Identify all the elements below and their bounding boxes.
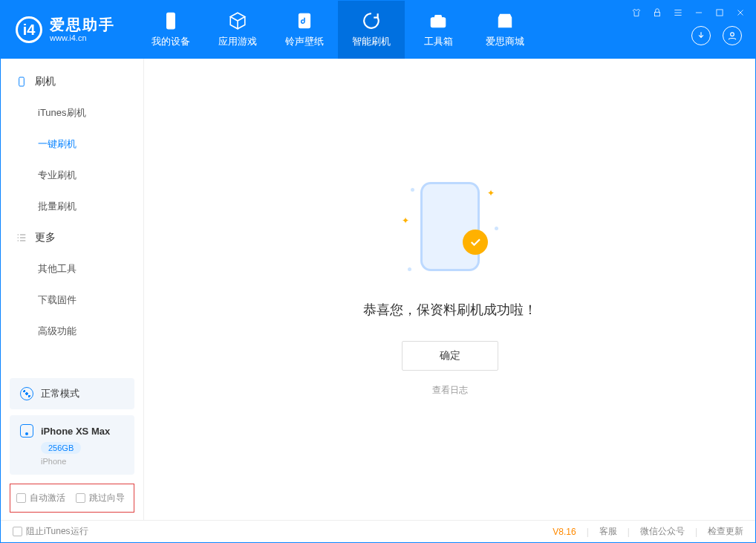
sidebar-group-flash: 刷机 (1, 66, 143, 97)
refresh-shield-icon (362, 11, 381, 30)
nav-label: 应用游戏 (218, 35, 257, 48)
nav-tab-store[interactable]: 爱思商城 (472, 1, 538, 59)
success-illustration: ✦ ✦ (402, 182, 498, 279)
checkbox-label: 阻止iTunes运行 (26, 525, 88, 538)
body: 刷机 iTunes刷机 一键刷机 专业刷机 批量刷机 更多 其他工具 下载固件 … (1, 59, 755, 520)
phone-graphic (420, 182, 480, 271)
close-icon[interactable] (734, 7, 746, 19)
checkbox-icon (13, 527, 22, 536)
footer: 阻止iTunes运行 V8.16 | 客服 | 微信公众号 | 检查更新 (1, 520, 755, 542)
ok-button[interactable]: 确定 (402, 341, 498, 371)
svg-point-6 (731, 33, 734, 36)
logo-text: 爱思助手 www.i4.cn (50, 16, 115, 43)
nav-tab-apps[interactable]: 应用游戏 (204, 1, 271, 59)
sidebar-mode-card[interactable]: 正常模式 (10, 378, 134, 409)
nav-tab-flash[interactable]: 智能刷机 (338, 1, 405, 59)
device-storage-badge: 256GB (41, 442, 81, 454)
mode-label: 正常模式 (41, 387, 79, 400)
nav-label: 我的设备 (151, 35, 190, 48)
check-icon (469, 235, 482, 249)
nav-tab-toolbox[interactable]: 工具箱 (405, 1, 472, 59)
group-title: 刷机 (35, 75, 56, 88)
nav-label: 工具箱 (424, 35, 453, 48)
device-type: iPhone (41, 457, 124, 466)
header-action-icons (691, 26, 742, 45)
nav-label: 爱思商城 (486, 35, 524, 48)
shirt-icon[interactable] (630, 7, 642, 19)
download-icon[interactable] (691, 26, 711, 45)
svg-rect-0 (167, 13, 175, 29)
nav-tabs: 我的设备 应用游戏 铃声壁纸 智能刷机 工具箱 爱思商城 (137, 1, 538, 59)
footer-link-wechat[interactable]: 微信公众号 (640, 525, 685, 538)
app-subtitle: www.i4.cn (50, 33, 115, 43)
device-icon (161, 11, 180, 30)
app-logo-icon: i4 (16, 16, 42, 43)
sidebar-item-oneclick-flash[interactable]: 一键刷机 (1, 129, 143, 160)
cube-icon (228, 11, 247, 30)
separator: | (628, 527, 630, 537)
separator: | (695, 527, 697, 537)
sidebar-item-other-tools[interactable]: 其他工具 (1, 253, 143, 284)
sparkle-icon: ✦ (487, 188, 495, 198)
sidebar-group-more: 更多 (1, 222, 143, 253)
user-icon[interactable] (723, 26, 742, 45)
success-check-badge (463, 230, 488, 255)
phone-outline-icon (20, 424, 33, 438)
minimize-icon[interactable] (693, 7, 705, 19)
version-label: V8.16 (553, 527, 576, 537)
footer-right: V8.16 | 客服 | 微信公众号 | 检查更新 (553, 525, 743, 538)
sidebar-item-pro-flash[interactable]: 专业刷机 (1, 160, 143, 191)
logo-area: i4 爱思助手 www.i4.cn (1, 1, 130, 59)
group-title: 更多 (35, 231, 56, 244)
store-icon (495, 11, 515, 30)
sidebar-device-card[interactable]: iPhone XS Max 256GB iPhone (10, 415, 134, 475)
dot-decor (408, 267, 411, 271)
footer-link-update[interactable]: 检查更新 (708, 525, 743, 538)
svg-rect-2 (431, 18, 446, 27)
phone-icon (16, 76, 27, 88)
checkbox-auto-activate[interactable]: 自动激活 (16, 492, 65, 504)
sidebar-item-itunes-flash[interactable]: iTunes刷机 (1, 97, 143, 129)
nav-label: 智能刷机 (352, 35, 391, 48)
svg-rect-7 (19, 77, 25, 86)
sidebar-item-advanced[interactable]: 高级功能 (1, 316, 143, 347)
checkbox-skip-wizard[interactable]: 跳过向导 (76, 492, 125, 504)
device-name: iPhone XS Max (41, 426, 110, 437)
checkbox-icon (16, 493, 26, 503)
view-log-link[interactable]: 查看日志 (432, 384, 468, 397)
app-title: 爱思助手 (50, 16, 115, 33)
device-name-row: iPhone XS Max (20, 424, 124, 438)
nav-tab-ringtones[interactable]: 铃声壁纸 (271, 1, 338, 59)
checkbox-block-itunes[interactable]: 阻止iTunes运行 (13, 525, 88, 538)
maximize-icon[interactable] (714, 7, 726, 19)
sidebar-item-batch-flash[interactable]: 批量刷机 (1, 191, 143, 222)
list-icon (16, 232, 27, 244)
svg-rect-3 (435, 15, 442, 18)
nav-tab-my-device[interactable]: 我的设备 (137, 1, 204, 59)
checkbox-label: 自动激活 (30, 492, 65, 504)
checkbox-label: 跳过向导 (89, 492, 125, 504)
dot-decor (495, 227, 498, 230)
sidebar-item-download-firmware[interactable]: 下载固件 (1, 284, 143, 316)
music-file-icon (295, 11, 314, 30)
main-content: ✦ ✦ 恭喜您，保资料刷机成功啦！ 确定 查看日志 (144, 59, 755, 520)
sidebar-scroll: 刷机 iTunes刷机 一键刷机 专业刷机 批量刷机 更多 其他工具 下载固件 … (1, 59, 143, 371)
header: i4 爱思助手 www.i4.cn 我的设备 应用游戏 铃声壁纸 智能刷机 工具… (1, 1, 755, 59)
svg-rect-5 (717, 10, 723, 16)
separator: | (587, 527, 589, 537)
success-title: 恭喜您，保资料刷机成功啦！ (363, 301, 537, 319)
sparkle-icon: ✦ (402, 215, 409, 226)
toolbox-icon (428, 11, 448, 30)
window-controls (630, 7, 746, 19)
svg-rect-4 (655, 12, 660, 16)
menu-icon[interactable] (672, 7, 684, 19)
lock-icon[interactable] (651, 7, 663, 19)
checkbox-icon (76, 493, 85, 503)
sidebar-checkbox-row: 自动激活 跳过向导 (10, 484, 134, 513)
mode-icon (20, 387, 33, 400)
nav-label: 铃声壁纸 (285, 35, 324, 48)
dot-decor (411, 188, 414, 192)
footer-link-support[interactable]: 客服 (599, 525, 617, 538)
sidebar: 刷机 iTunes刷机 一键刷机 专业刷机 批量刷机 更多 其他工具 下载固件 … (1, 59, 144, 520)
